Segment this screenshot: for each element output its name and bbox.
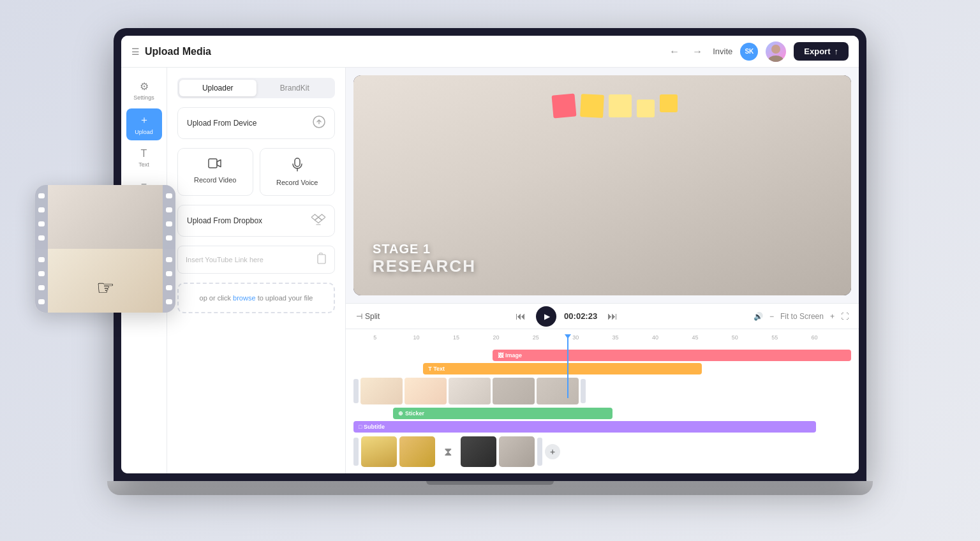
header-right: ← → Invite SK Export <box>667 41 849 62</box>
zoom-in-btn[interactable]: + <box>830 312 835 321</box>
fullscreen-icon[interactable]: ⛶ <box>841 312 849 321</box>
stage-text-overlay: STAGE 1 RESEARCH <box>373 242 476 276</box>
ruler-45: 45 <box>692 334 698 341</box>
header-title: Upload Media <box>145 46 211 57</box>
timeline: 5 10 15 20 25 30 35 40 45 <box>346 329 859 473</box>
thumb-handle-left[interactable] <box>353 379 359 403</box>
sticker-track-label: ⊕ Sticker <box>398 410 424 417</box>
sidebar-item-settings[interactable]: ⚙ Settings <box>126 75 162 106</box>
thumb-handle-right[interactable] <box>581 379 586 403</box>
wait-icon: ⧗ <box>438 441 458 462</box>
bottom-handle-right[interactable] <box>537 438 542 466</box>
ruler-30: 30 <box>572 334 579 341</box>
add-track-button[interactable]: + <box>545 444 560 459</box>
sticky-yellow-4 <box>660 94 678 112</box>
invite-button[interactable]: Invite <box>713 47 732 56</box>
export-button[interactable]: Export ↑ <box>794 42 849 61</box>
header-left: ☰ Upload Media <box>131 46 211 57</box>
image-track-label: 🖼 Image <box>498 352 522 359</box>
drop-text: op or click <box>200 294 234 302</box>
user-badge: SK <box>740 43 758 61</box>
ruler-25: 25 <box>533 334 539 341</box>
laptop-screen: ☰ Upload Media ← → Invite SK <box>121 36 859 473</box>
ruler-50: 50 <box>732 334 738 341</box>
film-thumb-4 <box>493 378 535 404</box>
settings-icon: ⚙ <box>140 80 149 93</box>
sticky-notes-area <box>553 94 678 117</box>
browse-link[interactable]: browse <box>233 294 255 302</box>
bottom-handle-left[interactable] <box>353 438 359 466</box>
skip-back-button[interactable]: ⏮ <box>513 308 528 325</box>
tracks-container: 🖼 Image T Text <box>353 350 851 433</box>
svg-rect-4 <box>295 158 300 167</box>
ruler-20: 20 <box>493 334 499 341</box>
stage-label: STAGE 1 <box>373 242 476 256</box>
zoom-out-btn[interactable]: − <box>769 312 774 321</box>
text-icon: T <box>141 148 147 159</box>
upload-device-label: Upload From Device <box>187 119 256 128</box>
bottom-thumbs-row: ⧗ + <box>353 435 851 468</box>
ruler-15: 15 <box>453 334 459 341</box>
cursor-hand-icon: ☞ <box>96 276 115 300</box>
timeline-ruler: 5 10 15 20 25 30 35 40 45 <box>353 334 851 347</box>
drop-suffix: to upload your file <box>258 294 313 302</box>
svg-rect-3 <box>209 159 217 168</box>
playhead <box>567 334 568 398</box>
controls-center: ⏮ 00:02:23 ⏭ <box>513 306 620 327</box>
preview-area: STAGE 1 RESEARCH ⊣ Spl <box>346 68 859 473</box>
sticky-yellow-1 <box>580 94 604 118</box>
upload-dropbox-option[interactable]: Upload From Dropbox <box>177 205 335 237</box>
record-voice-icon <box>292 158 302 175</box>
nav-back-button[interactable]: ← <box>667 43 682 60</box>
laptop: ☰ Upload Media ← → Invite SK <box>107 28 873 513</box>
nav-forward-button[interactable]: → <box>690 43 705 60</box>
upload-from-device-option[interactable]: Upload From Device <box>177 107 335 139</box>
svg-point-1 <box>768 56 783 62</box>
film-perf-left-top <box>35 185 48 249</box>
split-icon: ⊣ <box>356 312 362 321</box>
image-track-row: 🖼 Image <box>353 350 851 361</box>
fit-screen-label[interactable]: Fit to Screen <box>780 312 824 321</box>
scene: ☞ ☰ Upload Media ← → Invite <box>0 0 980 541</box>
youtube-placeholder: Insert YouTube Link here <box>186 256 264 263</box>
ruler-40: 40 <box>652 334 658 341</box>
ruler-60: 60 <box>812 334 818 341</box>
video-preview: STAGE 1 RESEARCH <box>353 75 851 295</box>
video-thumbs-row <box>353 376 851 406</box>
research-label: RESEARCH <box>373 256 476 276</box>
export-icon: ↑ <box>835 47 839 56</box>
sidebar-settings-label: Settings <box>133 94 154 101</box>
film-perf-right-bottom <box>163 249 175 313</box>
clipboard-icon <box>316 253 327 267</box>
sidebar-item-upload[interactable]: ＋ Upload <box>126 108 162 140</box>
text-track-row: T Text <box>353 363 851 374</box>
drop-zone[interactable]: op or click browse to upload your file <box>177 283 335 313</box>
volume-icon[interactable]: 🔊 <box>754 312 763 321</box>
main-content: ⚙ Settings ＋ Upload T Text <box>121 68 859 473</box>
sidebar-text-label: Text <box>138 161 149 168</box>
record-voice-button[interactable]: Record Voice <box>260 148 336 196</box>
person-thumb-1 <box>361 436 397 467</box>
text-track: T Text <box>423 363 702 374</box>
youtube-link-input[interactable]: Insert YouTube Link here <box>177 246 335 274</box>
subtitle-track: □ Subtitle <box>353 421 816 433</box>
laptop-screen-outer: ☰ Upload Media ← → Invite SK <box>114 28 866 481</box>
record-row: Record Video <box>177 148 335 196</box>
svg-rect-6 <box>318 255 325 263</box>
split-button[interactable]: ⊣ Split <box>356 312 380 321</box>
tab-brandkit[interactable]: BrandKit <box>256 80 334 96</box>
sidebar-upload-label: Upload <box>135 129 153 135</box>
film-perf-left-bottom <box>35 249 48 313</box>
upload-icon: ＋ <box>139 114 149 127</box>
film-perf-right-top <box>163 185 175 249</box>
person-thumb-2 <box>399 436 435 467</box>
tab-uploader[interactable]: Uploader <box>179 80 256 96</box>
person-thumb-3 <box>461 436 496 467</box>
record-video-button[interactable]: Record Video <box>177 148 253 196</box>
upload-dropbox-label: Upload From Dropbox <box>187 216 262 225</box>
menu-icon[interactable]: ☰ <box>131 47 140 57</box>
sidebar-item-text[interactable]: T Text <box>126 143 162 173</box>
play-button[interactable] <box>536 306 556 327</box>
subtitle-track-row: □ Subtitle <box>353 421 851 433</box>
skip-forward-button[interactable]: ⏭ <box>605 308 620 325</box>
